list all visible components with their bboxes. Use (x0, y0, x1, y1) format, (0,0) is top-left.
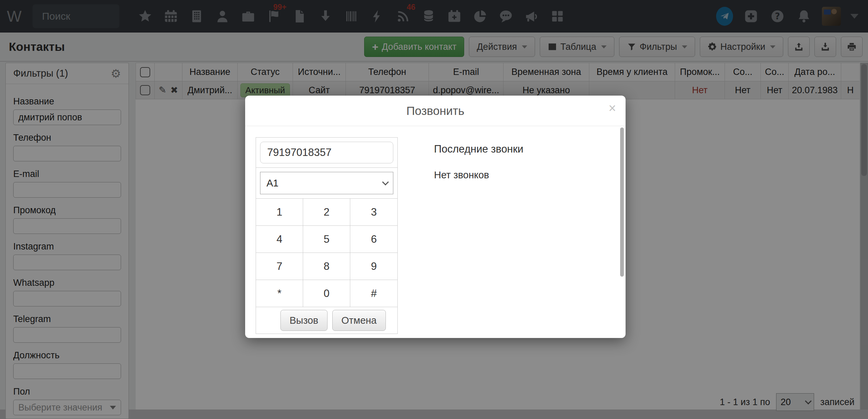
line-select-value: A1 (267, 178, 278, 189)
dialpad-key-1[interactable]: 1 (256, 199, 303, 226)
dialer-panel: A1 1 2 3 4 5 6 7 8 9 * 0 # (256, 137, 398, 334)
select-chevron-icon (382, 179, 389, 185)
line-select-section: A1 (256, 168, 397, 199)
recent-calls-empty: Нет звонков (434, 169, 524, 181)
dialpad-key-8[interactable]: 8 (303, 253, 350, 280)
dialpad-key-9[interactable]: 9 (350, 253, 397, 280)
call-modal: Позвонить × A1 1 2 3 4 (245, 96, 626, 338)
dialpad-key-7[interactable]: 7 (256, 253, 303, 280)
cancel-button[interactable]: Отмена (332, 310, 386, 331)
modal-body: A1 1 2 3 4 5 6 7 8 9 * 0 # (245, 126, 626, 338)
call-button[interactable]: Вызов (280, 310, 328, 331)
modal-title: Позвонить (406, 104, 464, 118)
phone-input-section (256, 138, 397, 168)
recent-calls-title: Последние звонки (434, 143, 524, 155)
dialpad-key-3[interactable]: 3 (350, 199, 397, 226)
close-icon[interactable]: × (609, 102, 616, 115)
dialpad-key-hash[interactable]: # (350, 280, 397, 307)
dialpad-key-5[interactable]: 5 (303, 226, 350, 253)
dialpad-key-2[interactable]: 2 (303, 199, 350, 226)
dialpad: 1 2 3 4 5 6 7 8 9 * 0 # (256, 199, 397, 307)
line-select[interactable]: A1 (260, 172, 393, 194)
phone-number-input[interactable] (260, 142, 393, 163)
dialpad-key-6[interactable]: 6 (350, 226, 397, 253)
modal-header: Позвонить × (245, 96, 626, 126)
recent-calls-panel: Последние звонки Нет звонков (434, 143, 524, 181)
app-window: W 99+ 46 ? (0, 0, 868, 419)
dialpad-key-4[interactable]: 4 (256, 226, 303, 253)
dialpad-key-star[interactable]: * (256, 280, 303, 307)
dialer-footer: Вызов Отмена (256, 307, 397, 334)
modal-scrollbar-thumb[interactable] (620, 127, 624, 277)
dialpad-key-0[interactable]: 0 (303, 280, 350, 307)
